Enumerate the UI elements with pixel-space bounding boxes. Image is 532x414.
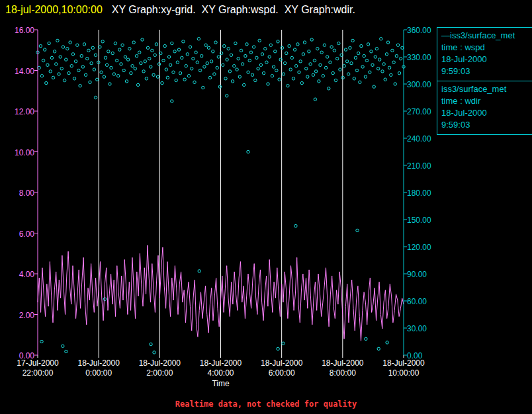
wdir-point	[79, 85, 81, 87]
wdir-point	[208, 76, 211, 79]
wdir-point	[65, 58, 67, 61]
wdir-point	[262, 71, 265, 74]
y-right-tick-label: 300.00	[407, 80, 431, 89]
wdir-point	[118, 48, 121, 51]
wdir-point	[128, 48, 131, 50]
wdir-point	[73, 77, 75, 80]
y-right-tick-label: 30.00	[407, 324, 427, 333]
wdir-point	[191, 67, 193, 70]
wdir-point	[203, 65, 206, 68]
wdir-point	[186, 53, 189, 56]
wdir-point	[289, 68, 292, 71]
y-right-tick-label: 270.00	[407, 107, 431, 116]
wdir-point	[241, 63, 244, 65]
legend-entry-wspd: —iss3/surface_met time : wspd 18-Jul-200…	[437, 28, 532, 81]
wdir-point	[292, 77, 294, 80]
x-tick-time: 8:00:00	[312, 368, 373, 378]
x-tick-date: 18-Jul-2000	[129, 358, 190, 368]
wdir-point	[156, 75, 159, 78]
legend-field: time : wspd	[441, 42, 532, 54]
wdir-point	[401, 46, 404, 49]
x-tick-date: 18-Jul-2000	[251, 358, 312, 368]
wdir-point	[332, 71, 334, 74]
wdir-point	[228, 70, 231, 73]
wdir-point	[364, 75, 367, 78]
wdir-point	[89, 81, 91, 83]
wdir-point	[267, 83, 269, 85]
wdir-point	[150, 343, 152, 345]
wdir-point	[103, 298, 106, 300]
x-tick-label: 18-Jul-20002:00:00	[129, 358, 190, 378]
wdir-point	[381, 70, 384, 73]
legend-field: time : wdir	[441, 95, 532, 107]
wdir-point	[202, 86, 204, 89]
wdir-point	[182, 40, 185, 43]
wdir-point	[134, 67, 136, 70]
wdir-point	[213, 73, 216, 75]
x-tick-label: 18-Jul-20000:00:00	[68, 358, 129, 378]
wdir-point	[391, 49, 394, 52]
wdir-point	[386, 341, 388, 344]
wdir-point	[396, 44, 399, 46]
x-tick-label: 18-Jul-20004:00:00	[191, 358, 251, 378]
wdir-point	[223, 44, 226, 47]
wdir-point	[107, 50, 110, 53]
wdir-point	[380, 38, 382, 40]
wdir-point	[385, 53, 388, 56]
y-left-tick-label: 16.00	[1, 26, 34, 35]
wdir-point	[282, 342, 285, 345]
wdir-point	[132, 41, 135, 44]
wdir-point	[329, 61, 332, 63]
y-right-tick-label: 90.00	[407, 270, 427, 279]
wdir-point	[369, 71, 371, 73]
wdir-point	[388, 66, 390, 69]
wdir-point	[172, 71, 175, 73]
wdir-point	[356, 229, 359, 231]
wdir-point	[114, 42, 116, 44]
wdir-point	[230, 54, 232, 56]
wdir-point	[359, 81, 361, 83]
wdir-point	[244, 54, 247, 57]
wdir-point	[253, 46, 255, 48]
wdir-point	[142, 70, 145, 73]
wdir-point	[46, 63, 49, 66]
wdir-point	[353, 77, 355, 80]
x-tick-time: 6:00:00	[251, 368, 312, 378]
wdir-point	[176, 61, 179, 63]
wdir-point	[357, 52, 360, 54]
wdir-point	[247, 71, 249, 73]
x-tick-date: 17-Jul-2000	[7, 358, 68, 368]
wdir-point	[152, 73, 155, 76]
wdir-point	[204, 44, 207, 46]
wdir-point	[49, 70, 52, 73]
wdir-point	[234, 42, 237, 44]
y-left-tick-label: 14.00	[1, 67, 34, 76]
wdir-point	[169, 63, 172, 66]
wdir-point	[157, 63, 160, 65]
wdir-point	[144, 60, 146, 63]
y-left-tick-label: 4.00	[1, 270, 34, 279]
wdir-point	[90, 62, 93, 64]
wdir-point	[39, 44, 42, 47]
wdir-point	[390, 73, 392, 76]
wdir-point	[313, 59, 316, 62]
wdir-point	[345, 60, 348, 63]
wdir-point	[308, 50, 310, 53]
wdir-point	[237, 58, 240, 60]
wdir-point	[377, 67, 379, 70]
wdir-point	[145, 77, 148, 80]
wdir-point	[111, 52, 114, 54]
wdir-point	[318, 80, 320, 83]
wdir-point	[189, 46, 191, 48]
wdir-point	[210, 60, 212, 63]
wdir-point	[290, 56, 293, 59]
wdir-point	[40, 340, 43, 343]
wdir-point	[271, 75, 273, 77]
wdir-point	[347, 73, 350, 75]
wdir-point	[231, 80, 234, 83]
y-right-tick-label: 60.00	[407, 297, 427, 306]
wdir-point	[146, 46, 149, 49]
wdir-point	[365, 59, 368, 62]
x-tick-time: 2:00:00	[129, 368, 190, 378]
wdir-point	[264, 48, 267, 50]
